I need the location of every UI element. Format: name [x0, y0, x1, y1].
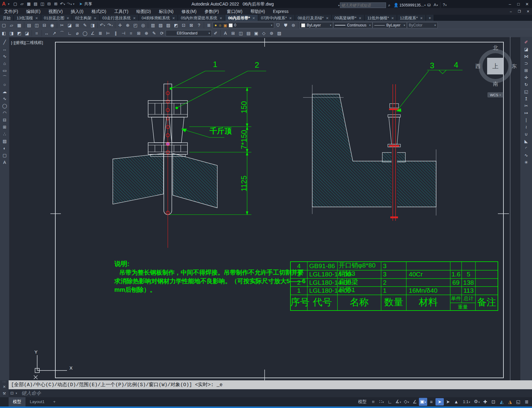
drawing-canvas[interactable] [9, 37, 520, 380]
menu-express[interactable]: Express [269, 8, 293, 15]
draworder-above-icon[interactable]: ◩ [15, 30, 23, 37]
gizmo-icon[interactable]: ➤ [444, 398, 452, 406]
dim-angular-icon[interactable]: ∠ [89, 30, 97, 37]
annotation-visibility-icon[interactable]: ▲ [452, 398, 460, 406]
dim-ordinate-icon[interactable]: ∟ [66, 30, 73, 37]
menu-dimension[interactable]: 标注(N) [155, 8, 177, 15]
account-label[interactable]: 1505999135... [400, 3, 424, 7]
array-icon[interactable]: ⊞ [522, 67, 530, 74]
extend-icon[interactable]: ↦ [522, 109, 530, 117]
doc-close-button[interactable]: ✕ [524, 10, 532, 14]
menu-format[interactable]: 格式(O) [87, 8, 110, 15]
cut-icon[interactable]: ✂ [58, 22, 66, 29]
hatch-icon[interactable]: ▨ [1, 138, 9, 145]
command-input-placeholder[interactable]: 键入命令 [22, 390, 41, 397]
viewcube-west[interactable]: 西 [474, 63, 482, 70]
viewport-controls[interactable]: [-][俯视][二维线框] [11, 40, 43, 46]
match-properties-icon[interactable]: ✎ [81, 22, 89, 29]
circle-icon[interactable]: ○ [1, 81, 9, 88]
explode-icon[interactable]: ✳ [522, 159, 530, 166]
menu-window[interactable]: 窗口(W) [223, 8, 246, 15]
wipeout-icon[interactable]: ▧ [275, 30, 283, 37]
point-style-icon[interactable]: ◇ [260, 30, 268, 37]
selection-cycling-icon[interactable]: ➤ [435, 398, 444, 406]
dim-break-icon[interactable]: ⌗ [127, 30, 135, 37]
otrack-icon[interactable]: ∠ [411, 398, 419, 406]
doc-restore-button[interactable]: ❐ [515, 10, 524, 14]
make-block-icon[interactable]: ⊞ [1, 124, 9, 131]
lineweight-icon[interactable]: ≡ [427, 398, 435, 406]
close-icon[interactable]: ✕ [133, 15, 136, 22]
redo-icon[interactable]: ↷▾ [66, 0, 73, 8]
osnap-icon[interactable]: ▣▾ [419, 398, 427, 406]
close-icon[interactable]: ✕ [35, 15, 38, 22]
command-history-icon[interactable]: ⊡ [9, 390, 15, 397]
app-store-icon[interactable]: ⛁ [426, 2, 432, 9]
redo-icon[interactable]: ↷▾ [106, 21, 114, 29]
tab-08[interactable]: 08走行及后锚*✕ [295, 15, 332, 22]
trim-icon[interactable]: ✂ [522, 102, 530, 109]
polygon-icon[interactable]: ⌂ [1, 60, 9, 67]
isodraft-icon[interactable]: ◇▾ [402, 398, 411, 406]
tab-12[interactable]: 12底模系*✕ [397, 15, 426, 22]
tab-04[interactable]: 04前移滑船系统✕ [139, 15, 178, 22]
xref-icon[interactable]: ▤ [245, 30, 252, 37]
quick-calc-icon[interactable]: ⊠ [187, 22, 195, 29]
preview-icon[interactable]: ◫ [33, 22, 41, 29]
clean-screen-icon[interactable]: ◱ [514, 398, 522, 406]
snap-icon[interactable]: ∷▾ [377, 398, 386, 406]
tab-06-active[interactable]: 06内后吊带*✕ [225, 15, 258, 22]
close-icon[interactable]: ✕ [94, 15, 97, 22]
maximize-button[interactable]: □ [514, 2, 523, 6]
menu-file[interactable]: 文件(F) [0, 8, 22, 15]
model-tab[interactable]: 模型 [9, 397, 26, 406]
new-icon[interactable]: ▢ [12, 0, 19, 8]
app-menu-caret-icon[interactable]: ▾ [8, 2, 10, 6]
close-icon[interactable]: ✕ [172, 15, 175, 22]
ortho-icon[interactable]: ∟ [386, 398, 394, 406]
new-tab-button[interactable]: + [426, 15, 434, 22]
dim-update-icon[interactable]: ⟳ [158, 30, 166, 37]
line-icon[interactable]: ╱ [1, 39, 9, 46]
dimstyle-dropdown[interactable]: EBStandard ▾ [166, 30, 212, 36]
graphics-performance-icon[interactable]: ◭ [498, 398, 506, 406]
dim-arc-icon[interactable]: ⌒ [58, 30, 66, 37]
wcs-dropdown[interactable]: WCS▾ [487, 92, 503, 97]
close-button[interactable]: ✕ [523, 2, 531, 6]
erase-icon[interactable]: ✐ [522, 39, 530, 46]
menu-view[interactable]: 视图(V) [45, 8, 67, 15]
fillet-icon[interactable]: ◜ [522, 145, 530, 152]
gradient-icon[interactable]: ◐ [1, 145, 9, 152]
close-icon[interactable]: ✕ [219, 15, 222, 22]
edit-block-icon[interactable]: ◨ [89, 22, 97, 29]
sync-icon[interactable]: ⊟ [46, 0, 53, 8]
user-icon[interactable]: 👤 [393, 2, 400, 9]
print-icon[interactable]: ⊞ [53, 0, 59, 8]
menu-insert[interactable]: 插入(I) [67, 8, 87, 15]
tab-02[interactable]: 02主构架✕ [72, 15, 100, 22]
layer-properties-icon[interactable]: ≣ [205, 22, 213, 29]
color-dropdown[interactable]: ByLayer ▾ [299, 22, 333, 28]
point-icon[interactable]: ∴ [1, 131, 9, 138]
dim-aligned-icon[interactable]: ↗ [50, 30, 58, 37]
spline-icon[interactable]: ∿ [1, 95, 9, 102]
tab-05[interactable]: 05内外滑梁提吊系统✕ [178, 15, 225, 22]
undo-icon[interactable]: ↶▾ [59, 0, 66, 8]
close-icon[interactable]: ✕ [420, 15, 423, 22]
offset-icon[interactable]: ⊃ [522, 60, 530, 67]
grid-icon[interactable]: ⌗ [369, 398, 377, 406]
viewcube-north[interactable]: 北 [492, 44, 499, 51]
viewcube-top-face[interactable]: 上 [487, 58, 504, 74]
plot-device-icon[interactable]: ◫ [39, 0, 46, 8]
dim-radius-icon[interactable]: ⌀ [73, 30, 81, 37]
markup-icon[interactable]: ⊡ [180, 22, 187, 29]
blend-icon[interactable]: ∿ [522, 152, 530, 159]
copy-clip-icon[interactable]: ◪ [66, 22, 73, 29]
search-input[interactable] [340, 2, 386, 8]
close-icon[interactable]: ✕ [326, 15, 329, 22]
qat-caret-icon[interactable]: ▾ [73, 2, 75, 6]
lineweight-dropdown[interactable]: ByLayer ▾ [372, 22, 407, 28]
close-icon[interactable]: ✕ [252, 15, 255, 22]
share-plane-icon[interactable]: ➤ [77, 0, 84, 8]
dim-edit-icon[interactable]: ✎ [150, 30, 158, 37]
